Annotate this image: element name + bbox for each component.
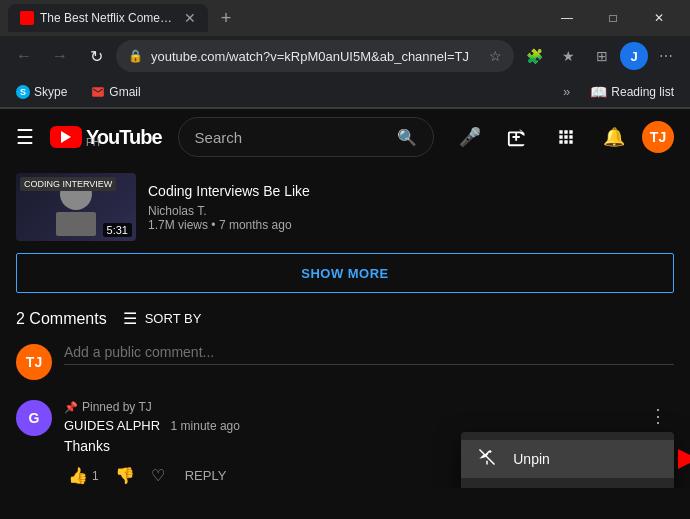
tab-close-button[interactable]: ✕ [184,10,196,26]
show-more-button[interactable]: SHOW MORE [16,253,674,293]
comment-input[interactable]: Add a public comment... [64,344,674,365]
refresh-button[interactable]: ↻ [80,40,112,72]
thumbs-down-icon: 👎 [115,466,135,485]
close-button[interactable]: ✕ [636,0,682,36]
video-info: Coding Interviews Be Like Nicholas T. 1.… [148,182,674,232]
gmail-icon [91,85,105,99]
browser-actions: 🧩 ★ ⊞ J ⋯ [518,40,682,72]
youtube-logo[interactable]: YouTube PH [50,126,162,148]
profile-button[interactable]: J [620,42,648,70]
reading-list-button[interactable]: 📖 Reading list [582,80,682,104]
youtube-header: ☰ YouTube PH Search 🔍 🎤 🔔 TJ [0,109,690,165]
user-avatar[interactable]: TJ [642,121,674,153]
video-suggestion: CODING INTERVIEW 5:31 Coding Interviews … [16,165,674,249]
add-comment-row: TJ Add a public comment... [16,344,674,380]
new-tab-button[interactable]: + [212,4,240,32]
bookmarks-bar: S Skype Gmail » 📖 Reading list [0,76,690,108]
settings-button[interactable]: ⋯ [650,40,682,72]
video-channel: Nicholas T. [148,204,674,218]
unpin-label: Unpin [513,451,550,467]
window-controls: — □ ✕ [544,0,682,36]
youtube-country: PH [86,137,162,148]
menu-button[interactable]: ☰ [16,125,34,149]
context-menu: Unpin Remove [461,432,674,488]
video-thumbnail[interactable]: CODING INTERVIEW 5:31 [16,173,136,241]
bookmark-star-icon[interactable]: ☆ [489,48,502,64]
heart-icon: ♡ [151,466,165,485]
comment-pinned-label: 📌 Pinned by TJ [64,400,674,414]
tab-favicon [20,11,34,25]
thumbs-up-icon: 👍 [68,466,88,485]
search-icon[interactable]: 🔍 [397,128,417,147]
reading-list-label: Reading list [611,85,674,99]
gmail-label: Gmail [109,85,140,99]
nav-bar: ← → ↻ 🔒 youtube.com/watch?v=kRpM0anUI5M&… [0,36,690,76]
sort-by-button[interactable]: ☰ SORT BY [123,309,202,328]
extensions-button[interactable]: 🧩 [518,40,550,72]
video-meta: 1.7M views • 7 months ago [148,218,674,232]
current-user-avatar: TJ [16,344,52,380]
comment-author: GUIDES ALPHR [64,418,160,433]
lock-icon: 🔒 [128,49,143,63]
sort-icon: ☰ [123,309,137,328]
unpin-icon [477,448,497,470]
maximize-button[interactable]: □ [590,0,636,36]
youtube-logo-icon [50,126,82,148]
comment-item: G 📌 Pinned by TJ GUIDES ALPHR 1 minute a… [16,400,674,488]
video-title: Coding Interviews Be Like [148,182,674,200]
bookmarks-right: » 📖 Reading list [555,80,682,104]
search-placeholder: Search [195,129,397,146]
bookmark-skype[interactable]: S Skype [8,80,75,104]
browser-chrome: The Best Netflix Comedies o... ✕ + — □ ✕… [0,0,690,109]
minimize-button[interactable]: — [544,0,590,36]
heart-button[interactable]: ♡ [147,462,169,488]
sort-by-label: SORT BY [145,311,202,326]
tab-bar: The Best Netflix Comedies o... ✕ + — □ ✕ [0,0,690,36]
dislike-button[interactable]: 👎 [111,462,139,488]
header-actions: 🎤 🔔 TJ [450,117,674,157]
comment-more-button[interactable]: ⋮ [642,400,674,432]
bookmark-gmail[interactable]: Gmail [83,80,148,104]
remove-icon [477,486,497,488]
like-count: 1 [92,469,99,483]
pin-icon: 📌 [64,401,78,414]
bookmarks-overflow[interactable]: » [555,84,578,99]
comments-header: 2 Comments ☰ SORT BY [16,309,674,328]
back-button[interactable]: ← [8,40,40,72]
mic-button[interactable]: 🎤 [450,117,490,157]
search-bar[interactable]: Search 🔍 [178,117,434,157]
url-text: youtube.com/watch?v=kRpM0anUI5M&ab_chann… [151,49,481,64]
comment-avatar: G [16,400,52,436]
reading-list-icon: 📖 [590,84,607,100]
address-bar[interactable]: 🔒 youtube.com/watch?v=kRpM0anUI5M&ab_cha… [116,40,514,72]
yt-content: CODING INTERVIEW 5:31 Coding Interviews … [0,165,690,488]
skype-label: Skype [34,85,67,99]
favourites-button[interactable]: ★ [552,40,584,72]
tab-title: The Best Netflix Comedies o... [40,11,178,25]
youtube-app: ☰ YouTube PH Search 🔍 🎤 🔔 TJ [0,109,690,488]
video-duration: 5:31 [103,223,132,237]
create-button[interactable] [498,117,538,157]
browser-tab[interactable]: The Best Netflix Comedies o... ✕ [8,4,208,32]
reply-button[interactable]: REPLY [177,464,235,487]
context-menu-unpin[interactable]: Unpin [461,440,674,478]
forward-button[interactable]: → [44,40,76,72]
apps-button[interactable] [546,117,586,157]
like-button[interactable]: 👍 1 [64,462,103,488]
context-menu-remove[interactable]: Remove [461,478,674,488]
comment-time: 1 minute ago [171,419,240,433]
comments-count: 2 Comments [16,310,107,328]
notifications-button[interactable]: 🔔 [594,117,634,157]
skype-icon: S [16,85,30,99]
collections-button[interactable]: ⊞ [586,40,618,72]
